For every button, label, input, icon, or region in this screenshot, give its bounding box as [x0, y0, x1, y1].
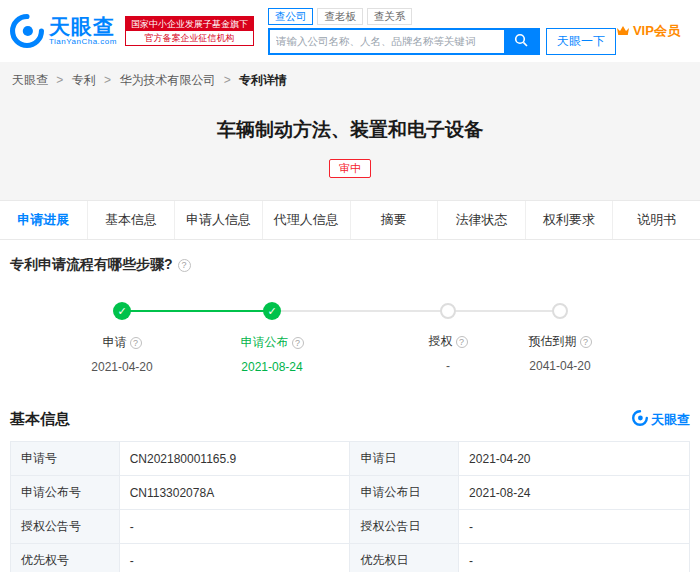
official-cert-badge: 国家中小企业发展子基金旗下 官方备案企业征信机构 [125, 16, 254, 46]
patent-progress-stepper: ✓ 申请 ? 2021-04-20 ✓ 申请公布 ? 2021-08-24 授权… [10, 292, 690, 390]
cell-value: 2021-08-24 [459, 476, 690, 510]
vip-label: VIP会员 [633, 22, 680, 40]
patent-status-badge: 审中 [329, 159, 371, 178]
step-publication: ✓ 申请公布 ? 2021-08-24 [202, 302, 342, 374]
step-date: 2041-04-20 [490, 359, 630, 373]
flow-heading-text: 专利申请流程有哪些步骤? [10, 256, 173, 274]
tab-basic-info[interactable]: 基本信息 [88, 201, 176, 239]
cell-value: - [119, 544, 350, 572]
step-info-icon[interactable]: ? [130, 337, 142, 349]
search-tab-relation[interactable]: 查关系 [367, 8, 413, 25]
breadcrumb-patent[interactable]: 专利 [72, 73, 96, 87]
tab-claims[interactable]: 权利要求 [526, 201, 614, 239]
search-row: 天眼一下 [268, 28, 616, 55]
tab-description[interactable]: 说明书 [613, 201, 700, 239]
cell-value: - [119, 510, 350, 544]
table-row: 申请公布号 CN113302078A 申请公布日 2021-08-24 [11, 476, 690, 510]
patent-title: 车辆制动方法、装置和电子设备 [0, 117, 700, 143]
cert-line2: 官方备案企业征信机构 [126, 31, 253, 45]
cell-label: 优先权日 [350, 544, 459, 572]
tianyancha-logo-icon [10, 14, 44, 48]
top-header: 天眼查 TianYanCha.com 国家中小企业发展子基金旗下 官方备案企业征… [0, 0, 700, 62]
basic-info-table: 申请号 CN202180001165.9 申请日 2021-04-20 申请公布… [10, 441, 690, 572]
table-row: 优先权号 - 优先权日 - [11, 544, 690, 572]
flow-heading: 专利申请流程有哪些步骤? ? [10, 256, 690, 274]
breadcrumb-separator: > [224, 73, 231, 87]
cell-label: 授权公告日 [350, 510, 459, 544]
logo-text: 天眼查 TianYanCha.com [49, 16, 117, 46]
cell-label: 申请公布号 [11, 476, 120, 510]
search-area: 查公司 查老板 查关系 天眼一下 [268, 8, 616, 55]
step-info-icon[interactable]: ? [292, 337, 304, 349]
cell-label: 申请公布日 [350, 476, 459, 510]
cell-label: 优先权号 [11, 544, 120, 572]
tianyancha-mini-logo-icon [632, 410, 648, 429]
step-info-icon[interactable]: ? [580, 336, 592, 348]
cell-value: CN113302078A [119, 476, 350, 510]
search-input[interactable] [270, 30, 504, 53]
cell-label: 申请日 [350, 442, 459, 476]
basic-info-header: 基本信息 天眼查 [10, 410, 690, 429]
breadcrumb-current: 专利详情 [239, 73, 287, 87]
cell-value: - [459, 510, 690, 544]
tianyan-yixia-button[interactable]: 天眼一下 [546, 28, 616, 55]
pending-circle-icon [552, 303, 568, 319]
breadcrumb-home[interactable]: 天眼查 [12, 73, 48, 87]
tab-legal-status[interactable]: 法律状态 [438, 201, 526, 239]
breadcrumb: 天眼查 > 专利 > 华为技术有限公司 > 专利详情 [0, 62, 700, 97]
cell-value: - [459, 544, 690, 572]
search-icon [514, 33, 528, 50]
search-tab-boss[interactable]: 查老板 [317, 8, 363, 25]
tab-applicant-info[interactable]: 申请人信息 [175, 201, 263, 239]
cert-line1: 国家中小企业发展子基金旗下 [126, 17, 253, 31]
detail-tab-bar: 申请进展 基本信息 申请人信息 代理人信息 摘要 法律状态 权利要求 说明书 [0, 200, 700, 240]
check-icon: ✓ [113, 302, 131, 320]
search-type-tabs: 查公司 查老板 查关系 [268, 8, 616, 25]
logo-title: 天眼查 [49, 16, 117, 38]
logo-subtitle: TianYanCha.com [49, 38, 117, 46]
search-box [268, 28, 540, 55]
tianyancha-watermark: 天眼查 [632, 410, 690, 429]
search-button[interactable] [504, 30, 538, 53]
step-date: 2021-04-20 [52, 360, 192, 374]
table-row: 授权公告号 - 授权公告日 - [11, 510, 690, 544]
check-icon: ✓ [263, 302, 281, 320]
step-label: 预估到期 [529, 333, 577, 350]
step-label: 申请 [103, 334, 127, 351]
basic-info-section: 基本信息 天眼查 申请号 CN202180001165.9 申请日 2021-0… [10, 410, 690, 572]
step-date: 2021-08-24 [202, 360, 342, 374]
cell-value: 2021-04-20 [459, 442, 690, 476]
step-estimated-expiry: 预估到期 ? 2041-04-20 [490, 302, 630, 373]
breadcrumb-separator: > [56, 73, 63, 87]
section-title: 基本信息 [10, 410, 70, 429]
tab-agent-info[interactable]: 代理人信息 [263, 201, 351, 239]
watermark-label: 天眼查 [651, 411, 690, 429]
vip-member-link[interactable]: VIP会员 [616, 22, 680, 40]
table-row: 申请号 CN202180001165.9 申请日 2021-04-20 [11, 442, 690, 476]
step-label: 授权 [429, 333, 453, 350]
help-icon[interactable]: ? [178, 259, 191, 272]
step-info-icon[interactable]: ? [456, 336, 468, 348]
breadcrumb-separator: > [104, 73, 111, 87]
step-label: 申请公布 [241, 334, 289, 351]
tab-application-progress[interactable]: 申请进展 [0, 201, 88, 239]
cell-label: 申请号 [11, 442, 120, 476]
step-apply: ✓ 申请 ? 2021-04-20 [52, 302, 192, 374]
search-tab-company[interactable]: 查公司 [268, 8, 314, 25]
cell-label: 授权公告号 [11, 510, 120, 544]
tab-abstract[interactable]: 摘要 [351, 201, 439, 239]
main-content: 专利申请流程有哪些步骤? ? ✓ 申请 ? 2021-04-20 ✓ 申请公布 … [0, 240, 700, 572]
breadcrumb-company[interactable]: 华为技术有限公司 [119, 73, 215, 87]
crown-icon [616, 24, 630, 39]
patent-title-block: 车辆制动方法、装置和电子设备 审中 [0, 97, 700, 200]
cell-value: CN202180001165.9 [119, 442, 350, 476]
pending-circle-icon [440, 303, 456, 319]
tianyancha-logo[interactable]: 天眼查 TianYanCha.com [10, 14, 117, 48]
